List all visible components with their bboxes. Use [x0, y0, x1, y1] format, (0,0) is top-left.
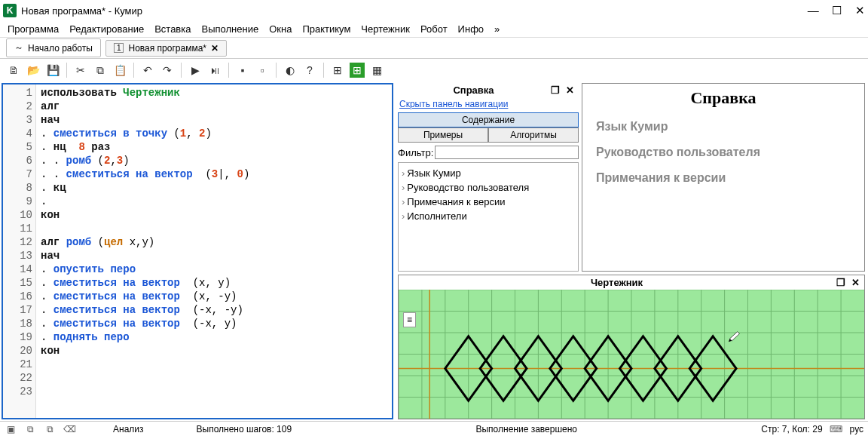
tab-close-icon[interactable]: ✕	[211, 43, 219, 54]
status-copy-icon[interactable]: ⧉	[24, 423, 36, 435]
close-button[interactable]: ✕	[855, 4, 865, 17]
menu-insert[interactable]: Вставка	[154, 23, 191, 35]
toggle-icon[interactable]: ◐	[283, 63, 298, 78]
grid2-icon[interactable]: ⊞	[350, 63, 365, 78]
code-editor[interactable]: 1 2 3 4 5 6 7 8 9 10 11 12 13 14 15 16 1…	[2, 83, 393, 419]
menubar: Программа Редактирование Вставка Выполне…	[0, 21, 868, 38]
help-body-title: Справка	[596, 88, 851, 108]
status-keyboard-icon[interactable]: ⌨	[830, 423, 842, 435]
help-content-pane: Справка Язык Кумир Руководство пользоват…	[582, 83, 865, 272]
tree-item[interactable]: ›Примечания к версии	[402, 195, 575, 209]
tree-item[interactable]: ›Исполнители	[402, 209, 575, 223]
maximize-button[interactable]: ☐	[832, 4, 842, 17]
status-clear-icon[interactable]: ⌫	[63, 423, 75, 435]
redo-icon[interactable]: ↷	[160, 63, 175, 78]
menu-windows[interactable]: Окна	[269, 23, 292, 35]
step-icon[interactable]: ⏯	[207, 63, 222, 78]
tab-program-icon: 1	[114, 43, 124, 53]
tree-item[interactable]: ›Язык Кумир	[402, 166, 575, 180]
pause-icon[interactable]: ▪	[235, 63, 250, 78]
grid3-icon[interactable]: ▦	[369, 63, 384, 78]
save-file-icon[interactable]: 💾	[45, 63, 60, 78]
nav-algorithms-button[interactable]: Алгоритмы	[488, 127, 579, 143]
help-close-icon[interactable]: ✕	[566, 84, 574, 96]
grid1-icon[interactable]: ⊞	[330, 63, 345, 78]
code-area[interactable]: использовать Чертежник алг нач . сместит…	[36, 84, 392, 418]
app-icon: K	[3, 4, 17, 17]
status-bar: ▣ ⧉ ⧉ ⌫ Анализ Выполнено шагов: 109 Выпо…	[0, 421, 868, 436]
drawer-menu-icon[interactable]: ≡	[403, 312, 416, 327]
filter-label: Фильтр:	[398, 147, 433, 158]
open-file-icon[interactable]: 📂	[26, 63, 41, 78]
tab-program-label: Новая программа*	[128, 43, 206, 54]
minimize-button[interactable]: —	[808, 4, 819, 17]
menu-robot[interactable]: Робот	[420, 23, 448, 35]
stop-icon[interactable]: ▫	[255, 63, 270, 78]
status-lang[interactable]: рус	[850, 424, 863, 434]
drawer-title: Чертежник	[403, 277, 830, 288]
menu-more[interactable]: »	[494, 23, 500, 35]
status-paste-icon[interactable]: ⧉	[44, 423, 56, 435]
filter-input[interactable]	[435, 146, 579, 159]
menu-drawer[interactable]: Чертежник	[361, 23, 410, 35]
menu-program[interactable]: Программа	[8, 23, 59, 35]
tab-program[interactable]: 1 Новая программа* ✕	[105, 40, 227, 57]
status-steps: Выполнено шагов: 109	[197, 424, 292, 434]
help-icon[interactable]: ?	[302, 63, 317, 78]
menu-praktikum[interactable]: Практикум	[302, 23, 350, 35]
help-link[interactable]: Руководство пользователя	[596, 146, 851, 159]
tab-start[interactable]: ～ Начало работы	[6, 38, 101, 57]
tab-start-icon: ～	[14, 41, 23, 54]
toolbar: 🗎 📂 💾 ✂ ⧉ 📋 ↶ ↷ ▶ ⏯ ▪ ▫ ◐ ? ⊞ ⊞ ▦	[0, 59, 868, 81]
new-file-icon[interactable]: 🗎	[6, 63, 21, 78]
undo-icon[interactable]: ↶	[140, 63, 155, 78]
status-done: Выполнение завершено	[475, 424, 577, 434]
paste-icon[interactable]: 📋	[112, 63, 127, 78]
status-position: Стр: 7, Кол: 29	[761, 424, 822, 434]
nav-contents-button[interactable]: Содержание	[398, 112, 579, 127]
run-icon[interactable]: ▶	[188, 63, 203, 78]
help-link[interactable]: Примечания к версии	[596, 171, 851, 185]
drawer-popout-icon[interactable]: ❐	[836, 277, 845, 288]
drawer-close-icon[interactable]: ✕	[851, 277, 860, 288]
menu-run[interactable]: Выполнение	[201, 23, 258, 35]
line-gutter: 1 2 3 4 5 6 7 8 9 10 11 12 13 14 15 16 1…	[3, 84, 36, 418]
menu-info[interactable]: Инфо	[458, 23, 484, 35]
tree-item[interactable]: ›Руководство пользователя	[402, 180, 575, 195]
help-link[interactable]: Язык Кумир	[596, 120, 851, 134]
tab-start-label: Начало работы	[28, 43, 93, 54]
help-tree: ›Язык Кумир ›Руководство пользователя ›П…	[398, 162, 579, 272]
help-panel-title: Справка	[402, 84, 545, 96]
document-tabs: ～ Начало работы 1 Новая программа* ✕	[0, 38, 868, 59]
copy-icon[interactable]: ⧉	[93, 63, 108, 78]
status-console-icon[interactable]: ▣	[5, 423, 17, 435]
window-title: Новая программа* - Кумир	[21, 5, 797, 17]
nav-examples-button[interactable]: Примеры	[398, 127, 488, 143]
help-popout-icon[interactable]: ❐	[551, 84, 560, 96]
drawing-canvas[interactable]: ≡	[399, 290, 864, 419]
menu-edit[interactable]: Редактирование	[69, 23, 144, 35]
hide-nav-link[interactable]: Скрыть панель навигации	[399, 99, 579, 109]
status-analyze[interactable]: Анализ	[113, 424, 144, 434]
cut-icon[interactable]: ✂	[73, 63, 88, 78]
